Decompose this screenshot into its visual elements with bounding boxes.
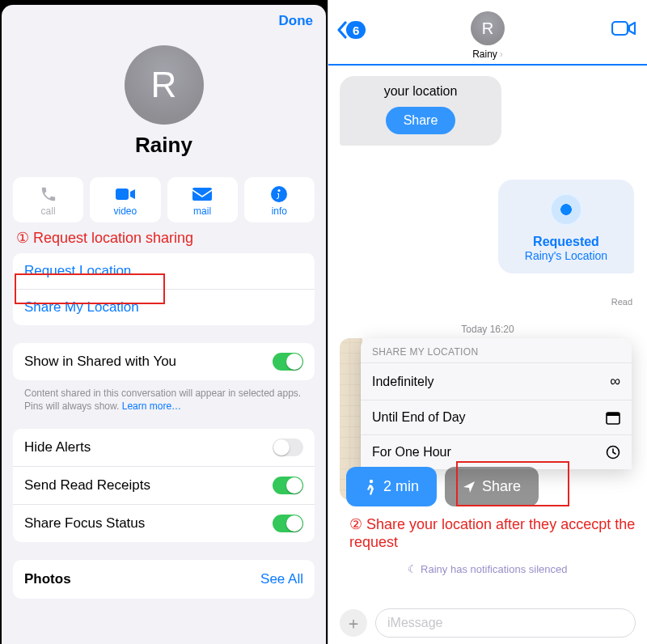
silenced-text: Rainy has notifications silenced: [421, 563, 567, 575]
left-panel: Done R Rainy call video: [0, 0, 328, 644]
share-location-pill[interactable]: Share: [445, 467, 539, 506]
compose-bar: ＋ iMessage: [328, 608, 647, 638]
mail-button[interactable]: mail: [167, 177, 238, 222]
svg-rect-4: [612, 22, 628, 35]
location-group: Request Location Share My Location: [13, 253, 315, 325]
done-button[interactable]: Done: [279, 13, 314, 29]
message-placeholder: iMessage: [387, 616, 442, 630]
location-dot-icon: [549, 193, 583, 227]
chat-avatar[interactable]: R: [471, 11, 505, 45]
read-receipts-cell[interactable]: Send Read Receipts: [13, 467, 315, 505]
focus-status-toggle-icon[interactable]: [273, 515, 303, 532]
photos-row[interactable]: Photos See All: [13, 560, 315, 599]
requested-sublabel: Rainy's Location: [525, 249, 607, 262]
mail-label: mail: [193, 205, 211, 217]
clock-icon: [606, 445, 620, 460]
video-button[interactable]: video: [90, 177, 160, 222]
contact-name: Rainy: [135, 133, 192, 158]
share-my-location-cell[interactable]: Share My Location: [13, 290, 315, 325]
see-all-link[interactable]: See All: [260, 571, 303, 587]
hide-alerts-cell[interactable]: Hide Alerts: [13, 429, 315, 467]
alerts-group: Hide Alerts Send Read Receipts Share Foc…: [13, 429, 315, 542]
learn-more-link[interactable]: Learn more…: [122, 400, 181, 412]
share-location-panel: SHARE MY LOCATION Indefinitely ∞ Until E…: [361, 338, 632, 469]
pill-row: 2 min Share: [346, 467, 539, 506]
video-icon: [116, 184, 135, 204]
info-button[interactable]: info: [244, 177, 315, 222]
opt3-label: For One Hour: [372, 445, 451, 460]
request-location-cell[interactable]: Request Location: [13, 253, 315, 290]
svg-rect-1: [192, 188, 212, 201]
plus-button[interactable]: ＋: [340, 609, 367, 637]
shared-with-you-cell[interactable]: Show in Shared with You: [13, 343, 315, 380]
moon-icon: ☾: [408, 563, 417, 575]
video-label: video: [114, 205, 137, 217]
message-input[interactable]: iMessage: [375, 608, 636, 638]
imessage-indicator: [328, 64, 647, 66]
calendar-icon: [606, 410, 620, 425]
read-receipt: Read: [611, 297, 632, 307]
annotation-2: ② Share your location after they accecpt…: [349, 516, 639, 551]
notifications-silenced: ☾ Rainy has notifications silenced: [328, 563, 647, 575]
back-button[interactable]: 6: [336, 21, 366, 39]
infinity-icon: ∞: [610, 373, 620, 390]
read-receipts-label: Send Read Receipts: [24, 477, 150, 494]
annotation-1: ① Request location sharing: [2, 227, 326, 248]
shared-with-you-toggle-icon[interactable]: [273, 353, 303, 371]
focus-status-label: Share Focus Status: [24, 515, 145, 532]
info-label: info: [272, 205, 287, 217]
svg-rect-0: [116, 189, 129, 200]
focus-status-cell[interactable]: Share Focus Status: [13, 505, 315, 542]
timestamp: Today 16:20: [328, 324, 647, 335]
walking-icon: [364, 479, 377, 495]
share-panel-title: SHARE MY LOCATION: [361, 338, 632, 362]
requested-label: Requested: [533, 235, 599, 249]
call-button[interactable]: call: [13, 177, 83, 222]
incoming-share-button[interactable]: Share: [386, 107, 456, 134]
photos-label: Photos: [24, 571, 71, 587]
back-count-badge: 6: [346, 21, 366, 39]
share-indefinitely-option[interactable]: Indefinitely ∞: [361, 362, 632, 400]
facetime-button[interactable]: [611, 19, 636, 37]
location-arrow-icon: [463, 481, 476, 494]
incoming-text: your location: [384, 84, 458, 99]
photos-group: Photos See All: [13, 560, 315, 599]
contact-sheet: Done R Rainy call video: [2, 5, 326, 644]
shared-with-you-note: Content shared in this conversation will…: [2, 380, 326, 424]
outgoing-location-request[interactable]: Requested Rainy's Location: [498, 180, 634, 273]
action-row: call video mail info: [2, 158, 326, 227]
chat-contact-name: Rainy: [472, 49, 497, 60]
opt1-label: Indefinitely: [372, 375, 434, 389]
share-end-of-day-option[interactable]: Until End of Day: [361, 400, 632, 434]
hide-alerts-toggle-icon[interactable]: [273, 439, 303, 456]
mail-icon: [192, 184, 212, 204]
opt2-label: Until End of Day: [372, 410, 466, 425]
shared-with-you-label: Show in Shared with You: [24, 354, 176, 370]
chevron-right-icon: ›: [500, 49, 503, 60]
svg-rect-6: [607, 413, 620, 416]
avatar: R: [125, 45, 204, 125]
walk-time-label: 2 min: [383, 478, 419, 495]
hide-alerts-label: Hide Alerts: [24, 439, 91, 455]
video-icon: [611, 19, 636, 37]
incoming-message: your location Share: [340, 76, 501, 146]
read-receipts-toggle-icon[interactable]: [273, 477, 303, 494]
shared-with-you-group: Show in Shared with You: [13, 343, 315, 380]
phone-icon: [40, 184, 57, 204]
svg-point-3: [278, 189, 281, 192]
walk-time-pill[interactable]: 2 min: [346, 467, 437, 506]
info-icon: [271, 184, 287, 204]
share-one-hour-option[interactable]: For One Hour: [361, 434, 632, 469]
avatar-block: R Rainy: [2, 45, 326, 158]
call-label: call: [41, 205, 56, 217]
chat-name-row[interactable]: Rainy ›: [328, 49, 647, 60]
chat-header: 6 R Rainy ›: [328, 0, 647, 65]
svg-point-8: [370, 479, 373, 482]
sheet-header: Done: [2, 5, 326, 29]
share-pill-label: Share: [482, 478, 521, 495]
right-panel: 6 R Rainy › your location Share Requeste…: [328, 0, 647, 644]
message-area[interactable]: your location Share Requested Rainy's Lo…: [328, 66, 647, 595]
plus-icon: ＋: [345, 612, 362, 634]
